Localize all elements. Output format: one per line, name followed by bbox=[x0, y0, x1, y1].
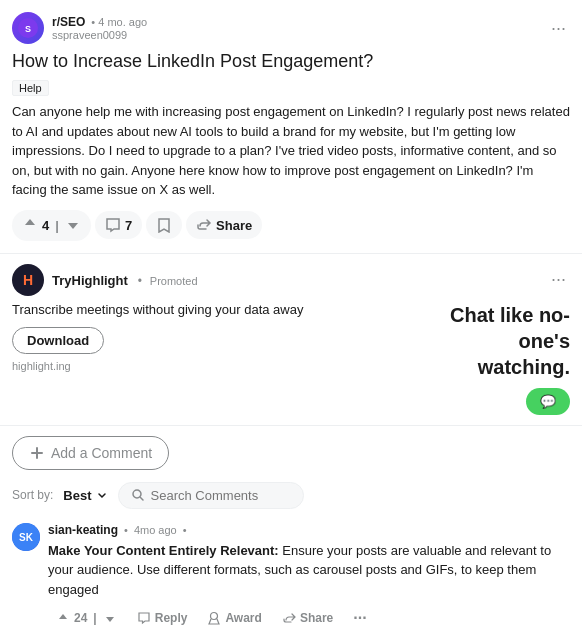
post-container: S r/SEO • 4 mo. ago sspraveen0099 ··· Ho… bbox=[0, 0, 582, 241]
ad-left: Transcribe meetings without giving your … bbox=[12, 302, 430, 372]
share-icon bbox=[196, 217, 212, 233]
comment-1-award-button[interactable]: Award bbox=[199, 607, 269, 629]
ad-right: Chat like no-one's watching. 💬 bbox=[440, 302, 570, 415]
comment-1-avatar: SK bbox=[12, 523, 40, 551]
ad-header: H TryHighlight • Promoted ··· bbox=[12, 264, 570, 296]
chat-icon: 💬 bbox=[540, 394, 556, 409]
svg-text:SK: SK bbox=[19, 532, 34, 543]
ad-body: Transcribe meetings without giving your … bbox=[12, 302, 570, 415]
comment-1-body: Make Your Content Entirely Relevant: Ens… bbox=[48, 541, 570, 600]
post-more-button[interactable]: ··· bbox=[547, 18, 570, 39]
upvote-icon bbox=[22, 216, 38, 235]
ad-logo: H bbox=[12, 264, 44, 296]
downvote-icon bbox=[65, 216, 81, 235]
comment-1-share-button[interactable]: Share bbox=[274, 607, 341, 629]
comment-1-header: sian-keating • 4mo ago • bbox=[48, 523, 570, 537]
ad-tagline: Chat like no-one's watching. bbox=[440, 302, 570, 380]
ad-header-left: H TryHighlight • Promoted bbox=[12, 264, 198, 296]
post-subreddit[interactable]: r/SEO bbox=[52, 15, 85, 29]
post-tag[interactable]: Help bbox=[12, 80, 49, 96]
post-avatar: S bbox=[12, 12, 44, 44]
comment-1-upvotes: 24 bbox=[74, 611, 87, 625]
post-header-left: S r/SEO • 4 mo. ago sspraveen0099 bbox=[12, 12, 147, 44]
post-meta: r/SEO • 4 mo. ago sspraveen0099 bbox=[52, 15, 147, 41]
share-icon bbox=[282, 611, 296, 625]
reply-icon bbox=[137, 611, 151, 625]
sort-select-button[interactable]: Best bbox=[63, 488, 107, 503]
plus-icon bbox=[29, 445, 45, 461]
ad-description: Transcribe meetings without giving your … bbox=[12, 302, 430, 317]
comment-1-reply-label: Reply bbox=[155, 611, 188, 625]
comments-count: 7 bbox=[125, 218, 132, 233]
comment-1-reply-button[interactable]: Reply bbox=[129, 607, 196, 629]
downvote-icon bbox=[103, 611, 117, 625]
sort-value: Best bbox=[63, 488, 91, 503]
comment-1-award-label: Award bbox=[225, 611, 261, 625]
ad-domain: highlight.ing bbox=[12, 360, 430, 372]
ad-name[interactable]: TryHighlight bbox=[52, 273, 128, 288]
comment-1-share-label: Share bbox=[300, 611, 333, 625]
vote-divider: | bbox=[55, 218, 59, 233]
add-comment-button[interactable]: Add a Comment bbox=[12, 436, 169, 470]
comment-1-username[interactable]: sian-keating bbox=[48, 523, 118, 537]
comment-1-dot: • bbox=[124, 524, 128, 536]
share-button[interactable]: Share bbox=[186, 211, 262, 239]
comment-1-content: sian-keating • 4mo ago • Make Your Conte… bbox=[48, 523, 570, 632]
comment-1: SK sian-keating • 4mo ago • Make Your Co… bbox=[12, 523, 570, 632]
more-dots-icon: ··· bbox=[353, 609, 366, 627]
comment-1-more-button[interactable]: ··· bbox=[345, 605, 374, 631]
save-button[interactable] bbox=[146, 211, 182, 239]
upvote-count: 4 bbox=[42, 218, 49, 233]
share-label: Share bbox=[216, 218, 252, 233]
ad-promoted-label: Promoted bbox=[150, 275, 198, 287]
post-title: How to Increase LinkedIn Post Engagement… bbox=[12, 50, 570, 73]
upvote-button[interactable]: 4 | bbox=[12, 210, 91, 241]
comments-button[interactable]: 7 bbox=[95, 211, 142, 239]
search-icon bbox=[131, 488, 145, 502]
comment-1-upvote-button[interactable]: 24 | bbox=[48, 607, 125, 629]
svg-point-5 bbox=[211, 613, 218, 620]
add-comment-label: Add a Comment bbox=[51, 445, 152, 461]
ad-container: H TryHighlight • Promoted ··· Transcribe… bbox=[0, 254, 582, 426]
ad-download-button[interactable]: Download bbox=[12, 327, 104, 354]
search-comments-container[interactable] bbox=[118, 482, 304, 509]
post-username[interactable]: sspraveen0099 bbox=[52, 29, 147, 41]
post-header: S r/SEO • 4 mo. ago sspraveen0099 ··· bbox=[12, 12, 570, 44]
chevron-down-icon bbox=[96, 489, 108, 501]
upvote-icon bbox=[56, 611, 70, 625]
ad-meta: TryHighlight • Promoted bbox=[52, 272, 198, 288]
post-time: • 4 mo. ago bbox=[91, 16, 147, 28]
sort-label: Sort by: bbox=[12, 488, 53, 502]
save-icon bbox=[156, 217, 172, 233]
ad-more-button[interactable]: ··· bbox=[547, 269, 570, 290]
svg-text:S: S bbox=[25, 24, 31, 34]
comment-1-time: 4mo ago bbox=[134, 524, 177, 536]
svg-point-2 bbox=[133, 490, 141, 498]
post-actions: 4 | 7 Share bbox=[12, 210, 570, 241]
comments-list: SK sian-keating • 4mo ago • Make Your Co… bbox=[12, 523, 570, 635]
search-comments-input[interactable] bbox=[151, 488, 291, 503]
comment-1-actions: 24 | Reply bbox=[48, 605, 570, 631]
award-icon bbox=[207, 611, 221, 625]
comment-icon bbox=[105, 217, 121, 233]
post-body: Can anyone help me with increasing post … bbox=[12, 102, 570, 200]
comments-section: Add a Comment Sort by: Best SK bbox=[0, 426, 582, 635]
comment-1-dot2: • bbox=[183, 524, 187, 536]
sort-row: Sort by: Best bbox=[12, 482, 570, 509]
ad-chat-button[interactable]: 💬 bbox=[526, 388, 570, 415]
